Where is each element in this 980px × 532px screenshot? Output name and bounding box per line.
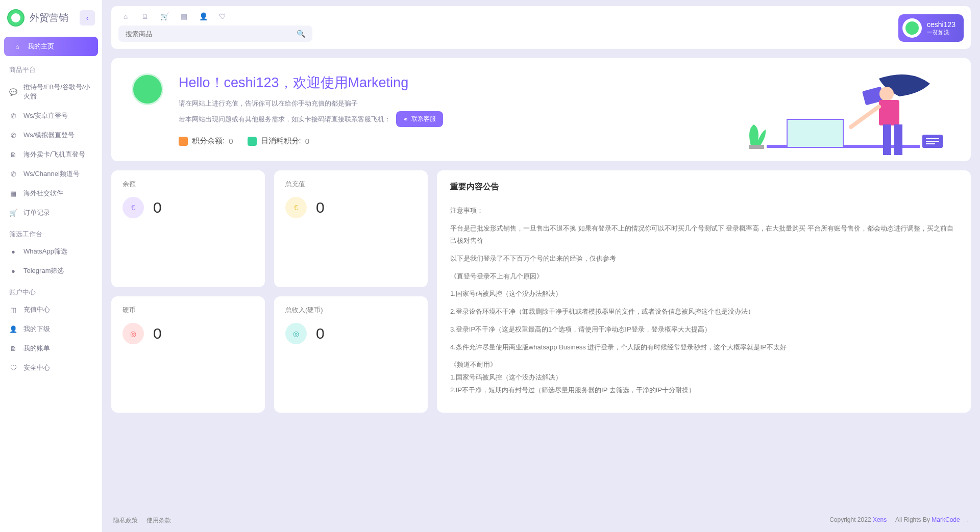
contact-label: 联系客服 [411,115,436,123]
notice-line: 《频道不耐用》 [450,359,958,371]
footer-markcode-link[interactable]: MarkCode [932,516,960,523]
nav-item-whatsapp-filter[interactable]: ●WhatsApp筛选 [0,242,102,261]
stat-value: 0 [153,325,162,342]
chevron-left-icon: ‹ [86,14,89,22]
nav-label: 安全中心 [23,363,50,372]
phone-icon: ✆ [9,131,17,139]
sidebar-header: 外贸营销 ‹ [0,4,102,35]
svg-point-7 [879,87,894,101]
nav-item-overseas-card[interactable]: 🗎海外卖卡/飞机直登号 [0,145,102,164]
search-icon[interactable]: 🔍 [297,30,305,38]
svg-rect-9 [883,124,891,155]
nav-item-telegram-filter[interactable]: ●Telegram筛选 [0,261,102,281]
nav-item-ws-emulator[interactable]: ✆Ws/模拟器直登号 [0,125,102,145]
nav-label: Ws/模拟器直登号 [23,131,75,140]
nav-label: 海外社交软件 [23,189,63,198]
copyright-end: . [967,516,969,523]
nav-item-orders[interactable]: 🛒订单记录 [0,203,102,222]
nav-item-security[interactable]: 🛡安全中心 [0,358,102,377]
link-icon: ⚭ [403,116,408,123]
main-area: ⌂ 🗎 🛒 ▤ 👤 🛡 🔍 ceshi123 一贫如洗 [102,0,980,532]
chat-icon: 💬 [9,88,17,96]
hero-title: Hello！ceshi123，欢迎使用Marketing [179,73,443,92]
footer-terms-link[interactable]: 使用条款 [146,517,171,524]
hero-line1: 请在网站上进行充值，告诉你可以在给你手动充值的都是骗子 [179,99,443,108]
stat-value: 0 [316,325,325,342]
stat-card-balance: 余额 € 0 [111,170,265,287]
notice-line: 2.登录设备环境不干净（卸载删除干净手机或者模拟器里的文件，或者设备信息被风控这… [450,306,958,318]
nav-item-recharge[interactable]: ◫充值中心 [0,300,102,319]
notice-line: 以下是我们登录了不下百万个号的出来的经验，仅供参考 [450,252,958,265]
notice-line: 3.登录IP不干净（这是权重最高的1个选项，请使用干净动态IP登录，登录概率大大… [450,323,958,336]
shield-icon[interactable]: 🛡 [218,12,227,20]
euro-icon: € [122,197,144,218]
hero-line2: 若本网站出现问题或有其他服务需求，如实卡接码请直接联系客服飞机： ⚭ 联系客服 [179,111,443,127]
shield-icon: 🛡 [9,364,17,372]
nav-item-bills[interactable]: 🗎我的账单 [0,339,102,358]
notice-line: 1.国家号码被风控（这个没办法解决） [450,288,958,300]
topbar: ⌂ 🗎 🛒 ▤ 👤 🛡 🔍 ceshi123 一贫如洗 [111,6,971,49]
svg-line-11 [851,107,879,127]
hero-avatar-icon [132,73,163,105]
stat-card-recharge: 总充值 € 0 [274,170,428,287]
avatar [902,18,922,38]
stat-title: 总收入(硬币) [285,306,416,315]
stat-value: 0 [316,199,325,216]
stat-card-coin: 硬币 ◎ 0 [111,296,265,413]
stat-title: 余额 [122,180,254,189]
notice-line: 2.IP不干净，短期内有封号过（筛选尽量用服务器的IP 去筛选，干净的IP十分耐… [450,384,958,397]
stat-card-income: 总收入(硬币) ◎ 0 [274,296,428,413]
home-icon: ⌂ [13,42,21,50]
brand-title: 外贸营销 [30,11,68,24]
app-icon: ▦ [9,189,17,197]
sidebar: 外贸营销 ‹ ⌂ 我的主页 商品平台 💬推特号/FB号/谷歌号/小火箭 ✆Ws/… [0,0,102,532]
euro-icon: € [285,197,307,218]
users-icon: 👤 [9,325,17,333]
nav-label: 订单记录 [23,208,50,217]
brand-logo-icon [7,9,24,27]
nav-section-filter: 筛选工作台 [0,222,102,242]
card-icon: 🗎 [9,150,17,159]
copyright-pre: Copyright 2022 [829,516,873,523]
nav-label: 推特号/FB号/谷歌号/小火箭 [23,83,93,101]
nav-label: Ws/Channel频道号 [23,169,80,179]
footer-privacy-link[interactable]: 隐私政策 [113,517,138,524]
list-icon[interactable]: ▤ [180,12,188,20]
svg-rect-1 [787,119,843,147]
nav-item-ws-channel[interactable]: ✆Ws/Channel频道号 [0,164,102,184]
cart-icon[interactable]: 🛒 [160,12,168,20]
nav-home[interactable]: ⌂ 我的主页 [4,37,98,56]
stat-title: 总充值 [285,180,416,189]
contact-support-button[interactable]: ⚭ 联系客服 [396,111,443,127]
nav-item-social[interactable]: ▦海外社交软件 [0,184,102,203]
whatsapp-icon: ✆ [9,112,17,120]
footer-xens-link[interactable]: Xens [873,516,887,523]
search-input[interactable] [126,30,297,38]
cart-icon: 🛒 [9,209,17,217]
hero-illustration [716,63,961,161]
svg-rect-10 [894,124,902,155]
whatsapp-icon: ✆ [9,170,17,178]
nav-item-ws-android[interactable]: ✆Ws/安卓直登号 [0,106,102,125]
sidebar-collapse-button[interactable]: ‹ [80,10,95,26]
nav-section-products: 商品平台 [0,58,102,78]
user-sub: 一贫如洗 [927,29,955,36]
home-icon[interactable]: ⌂ [121,12,130,20]
doc-icon[interactable]: 🗎 [141,12,149,20]
user-profile-button[interactable]: ceshi123 一贫如洗 [898,14,964,42]
coins-icon [179,137,188,146]
hstat-label: 积分余额: [192,136,225,146]
nav-item-twitter[interactable]: 💬推特号/FB号/谷歌号/小火箭 [0,78,102,106]
notice-line: 4.条件允许尽量使用商业版whatsapp Business 进行登录，个人版的… [450,341,958,354]
nav-label: 海外卖卡/飞机直登号 [23,150,85,159]
nav-label: 我的主页 [28,42,54,51]
copyright-mid: All Rights By [894,516,932,523]
search-box[interactable]: 🔍 [118,26,312,42]
bill-icon: 🗎 [9,344,17,352]
hero-stat-daily: 日消耗积分: 0 [248,136,310,146]
svg-rect-8 [879,100,899,125]
hero-card: Hello！ceshi123，欢迎使用Marketing 请在网站上进行充值，告… [111,58,971,161]
nav-item-subordinate[interactable]: 👤我的下级 [0,319,102,339]
user-icon[interactable]: 👤 [199,12,207,20]
target-icon: ◎ [122,323,144,344]
